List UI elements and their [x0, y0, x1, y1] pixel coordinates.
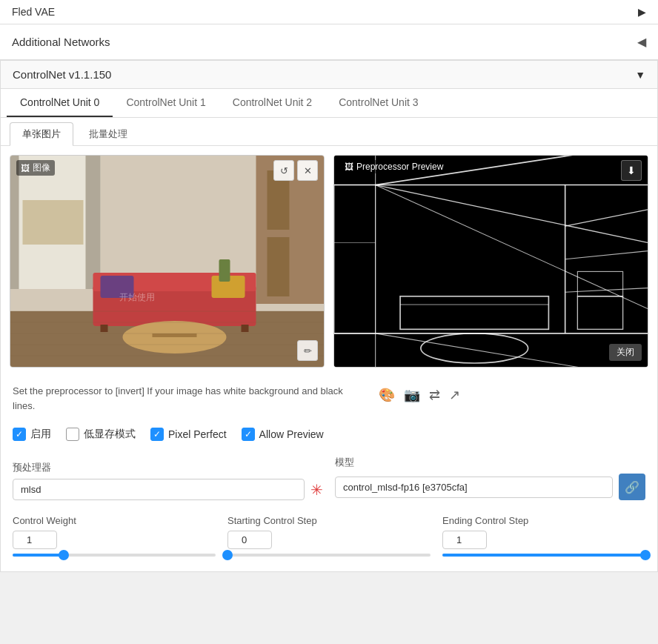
star-explosion-icon: ✳: [310, 481, 323, 499]
low-vram-label: 低显存模式: [84, 428, 136, 441]
svg-rect-5: [86, 156, 101, 289]
preprocessor-icon: 🖼: [345, 162, 353, 172]
tab-controlnet-unit-1[interactable]: ControlNet Unit 1: [113, 89, 219, 117]
palette-icon[interactable]: 🎨: [379, 387, 395, 403]
control-weight-track[interactable]: [13, 554, 216, 557]
fled-vae-bar: Fled VAE ▶: [0, 0, 658, 24]
pixel-perfect-checkbox[interactable]: ✓: [150, 428, 164, 441]
starting-step-input[interactable]: [227, 531, 272, 549]
starting-step-input-row: [227, 531, 431, 549]
control-weight-fill: [13, 554, 64, 557]
low-vram-checkbox[interactable]: [66, 428, 79, 441]
sub-tabs-row: 单张图片 批量处理: [1, 118, 657, 146]
hint-text: Set the preprocessor to [invert] If your…: [13, 384, 361, 413]
pencil-edit-button[interactable]: ✏: [297, 340, 318, 361]
svg-rect-4: [10, 156, 19, 289]
low-vram-checkbox-item[interactable]: 低显存模式: [66, 428, 136, 441]
control-weight-group: Control Weight: [13, 515, 216, 557]
preprocessor-panel: 🖼 Preprocessor Preview ⬇: [333, 155, 648, 368]
ending-step-input-row: [442, 531, 645, 549]
enable-label: 启用: [30, 428, 51, 441]
hint-row: Set the preprocessor to [invert] If your…: [1, 376, 657, 420]
additional-networks-chevron: ◀: [637, 35, 646, 49]
svg-rect-9: [267, 237, 290, 296]
model-group: 模型 control_mlsd-fp16 [e3705cfa] 🔗: [335, 456, 645, 500]
source-image-panel: 🖼 图像 ↺ ✕: [10, 155, 325, 368]
starting-step-label: Starting Control Step: [227, 515, 431, 526]
control-weight-input-row: [13, 531, 216, 549]
svg-rect-6: [23, 200, 84, 245]
pixel-perfect-checkbox-item[interactable]: ✓ Pixel Perfect: [150, 428, 227, 441]
image-row: 🖼 图像 ↺ ✕: [1, 146, 657, 376]
sub-tab-batch[interactable]: 批量处理: [76, 122, 140, 145]
source-image-canvas[interactable]: 开始使用: [10, 156, 324, 367]
model-select[interactable]: control_mlsd-fp16 [e3705cfa]: [335, 477, 613, 498]
ending-step-input[interactable]: [442, 531, 487, 549]
source-image-label: 🖼 图像: [16, 160, 55, 176]
sub-tab-single[interactable]: 单张图片: [10, 122, 73, 146]
preprocessor-label: 🖼 Preprocessor Preview: [340, 160, 448, 173]
model-select-wrapper: control_mlsd-fp16 [e3705cfa] 🔗: [335, 474, 645, 500]
fled-vae-label: Fled VAE: [12, 6, 55, 18]
close-image-button[interactable]: ✕: [297, 160, 318, 181]
control-weight-thumb[interactable]: [59, 550, 69, 560]
ending-step-label: Ending Control Step: [442, 515, 645, 526]
controlnet-title: ControlNet v1.1.150: [13, 68, 111, 81]
camera-icon[interactable]: 📷: [404, 387, 420, 403]
svg-rect-15: [153, 333, 197, 337]
ending-step-group: Ending Control Step: [442, 515, 645, 557]
allow-preview-checkbox[interactable]: ✓: [242, 428, 255, 441]
svg-rect-13: [242, 325, 249, 332]
preprocessor-canvas: [334, 156, 648, 367]
download-preprocessor-button[interactable]: ⬇: [621, 160, 642, 181]
unit-tabs-row: ControlNet Unit 0 ControlNet Unit 1 Cont…: [1, 89, 657, 118]
svg-rect-18: [219, 259, 230, 282]
control-weight-input[interactable]: [13, 531, 57, 549]
fled-vae-chevron[interactable]: ▶: [638, 6, 646, 18]
starting-step-group: Starting Control Step: [227, 515, 431, 557]
options-row: ✓ 启用 低显存模式 ✓ Pixel Perfect ✓ Allow Previ…: [1, 420, 657, 448]
controlnet-header[interactable]: ControlNet v1.1.150 ▼: [1, 61, 657, 89]
preprocessor-select-wrapper: mlsd none canny ✳: [13, 479, 323, 500]
starting-step-thumb[interactable]: [222, 550, 233, 560]
additional-networks-header[interactable]: Additional Networks ◀: [0, 24, 658, 60]
send-icon[interactable]: ↗: [449, 387, 460, 403]
additional-networks-title: Additional Networks: [12, 36, 110, 48]
swap-icon[interactable]: ⇄: [429, 387, 440, 403]
tab-controlnet-unit-0[interactable]: ControlNet Unit 0: [7, 89, 113, 117]
svg-text:开始使用: 开始使用: [119, 292, 155, 302]
controlnet-chevron: ▼: [635, 69, 645, 81]
enable-checkbox[interactable]: ✓: [13, 428, 26, 441]
control-weight-label: Control Weight: [13, 515, 216, 526]
select-row: 预处理器 mlsd none canny ✳ 模型 control_mlsd-f…: [1, 448, 657, 508]
allow-preview-label: Allow Preview: [259, 428, 324, 440]
starting-step-track[interactable]: [227, 554, 431, 557]
close-preprocessor-button[interactable]: 关闭: [609, 344, 642, 361]
preprocessor-select-label: 预处理器: [13, 461, 323, 474]
source-image-controls: ↺ ✕: [273, 160, 318, 181]
svg-rect-12: [101, 325, 108, 332]
preprocessor-group: 预处理器 mlsd none canny ✳: [13, 461, 323, 500]
ending-step-thumb[interactable]: [640, 550, 651, 560]
hint-icons: 🎨 📷 ⇄ ↗: [379, 387, 460, 403]
ending-step-fill: [442, 554, 645, 557]
tab-controlnet-unit-2[interactable]: ControlNet Unit 2: [219, 89, 325, 117]
copy-model-button[interactable]: 🔗: [619, 474, 645, 500]
preprocessor-select[interactable]: mlsd none canny: [13, 479, 305, 500]
allow-preview-checkbox-item[interactable]: ✓ Allow Preview: [242, 428, 324, 441]
tab-controlnet-unit-3[interactable]: ControlNet Unit 3: [325, 89, 431, 117]
model-select-label: 模型: [335, 456, 645, 469]
source-image-icon: 🖼: [21, 163, 30, 173]
sliders-row: Control Weight Starting Control Step: [1, 508, 657, 571]
pixel-perfect-label: Pixel Perfect: [168, 428, 227, 440]
ending-step-track[interactable]: [442, 554, 645, 557]
refresh-image-button[interactable]: ↺: [273, 160, 294, 181]
controlnet-section: ControlNet v1.1.150 ▼ ControlNet Unit 0 …: [0, 60, 658, 572]
enable-checkbox-item[interactable]: ✓ 启用: [13, 428, 51, 441]
